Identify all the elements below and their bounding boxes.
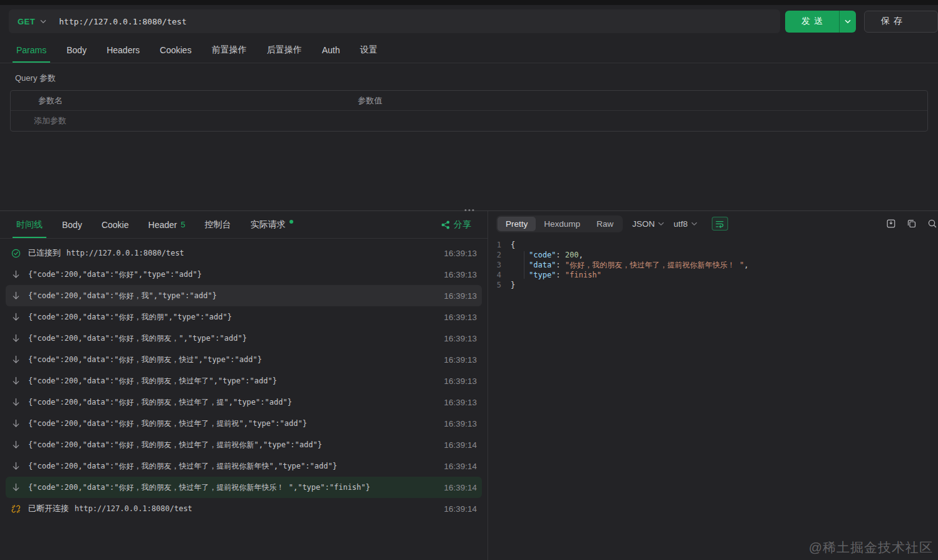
request-tab[interactable]: Cookies <box>160 38 192 63</box>
arrow-down-icon <box>11 291 21 301</box>
code-line: 5 } <box>488 280 938 290</box>
event-message: {"code":200,"data":"你好，我","type":"add"} <box>28 291 217 301</box>
timeline-row[interactable]: {"code":200,"data":"你好","type":"add"} 16… <box>6 264 482 285</box>
timeline-row[interactable]: {"code":200,"data":"你好，我的朋友，快过年了，提前祝你新",… <box>6 434 482 455</box>
format-segmented-control: Pretty Hexdump Raw <box>496 215 623 232</box>
send-options-caret[interactable] <box>839 11 856 33</box>
url-input[interactable] <box>59 17 771 26</box>
event-message: {"code":200,"data":"你好，我的朋友，快过年了","type"… <box>28 376 277 386</box>
response-tab[interactable]: 控制台 <box>205 211 231 238</box>
url-box: GET <box>9 9 780 33</box>
arrow-down-icon <box>11 462 21 471</box>
response-tab-label: 控制台 <box>205 219 231 231</box>
response-tab[interactable]: 实际请求 <box>251 211 293 238</box>
format-tab-label: Pretty <box>506 219 528 229</box>
timeline-row[interactable]: {"code":200,"data":"你好，我的朋友，快过年了，提","typ… <box>6 391 482 413</box>
save-button-label: 保存 <box>877 16 906 27</box>
request-bar: GET 发送 保存 <box>0 5 938 38</box>
api-client-window: GET 发送 保存 Params Body <box>0 0 938 560</box>
event-message: http://127.0.0.1:8080/test <box>75 504 192 513</box>
timeline-list: 已连接到 http://127.0.0.1:8080/test 16:39:13 <box>0 239 487 560</box>
empty-area <box>0 132 938 210</box>
timeline-row[interactable]: {"code":200,"data":"你好，我的朋友，快过年了，提前祝","t… <box>6 413 482 434</box>
code-content: "code": 200, <box>511 250 583 260</box>
request-tab[interactable]: 前置操作 <box>212 38 247 63</box>
response-tab[interactable]: Header 5 <box>149 211 185 238</box>
timeline-row[interactable]: {"code":200,"data":"你好，我的朋","type":"add"… <box>6 306 482 328</box>
event-message: {"code":200,"data":"你好，我的朋","type":"add"… <box>28 312 232 323</box>
format-tab[interactable]: Raw <box>588 217 622 231</box>
search-icon[interactable] <box>927 219 937 229</box>
copy-icon[interactable] <box>907 219 917 229</box>
request-tab[interactable]: Params <box>16 38 46 63</box>
event-message: {"code":200,"data":"你好，我的朋友，快过年了，提前祝你新年快… <box>28 482 370 493</box>
connected-icon <box>11 249 21 258</box>
event-time: 16:39:13 <box>436 291 477 301</box>
word-wrap-toggle[interactable] <box>712 217 728 231</box>
request-tab-label: Cookies <box>160 45 192 55</box>
request-tab[interactable]: 设置 <box>360 38 377 63</box>
code-content: "data": "你好，我的朋友，快过年了，提前祝你新年快乐！ ", <box>511 260 749 270</box>
response-tab[interactable]: Body <box>62 211 82 238</box>
share-button[interactable]: 分享 <box>441 211 471 238</box>
encoding-select[interactable]: utf8 <box>674 219 697 229</box>
response-tab[interactable]: 时间线 <box>16 211 43 238</box>
request-tab[interactable]: Headers <box>107 38 140 63</box>
code-line: 3 "data": "你好，我的朋友，快过年了，提前祝你新年快乐！ ", <box>488 260 938 270</box>
request-tab-label: Body <box>66 45 86 55</box>
actual-request-dot <box>289 220 293 224</box>
arrow-down-icon <box>11 483 21 492</box>
event-message: {"code":200,"data":"你好，我的朋友，快过","type":"… <box>28 355 262 365</box>
save-button[interactable]: 保存 <box>864 11 938 33</box>
timeline-row[interactable]: 已断开连接 http://127.0.0.1:8080/test 16:39:1… <box>6 498 482 519</box>
query-params-table: 参数名 参数值 添加参数 <box>10 90 928 132</box>
word-wrap-icon <box>715 220 724 228</box>
response-right-panel: Pretty Hexdump Raw JSON <box>488 211 938 560</box>
event-message: {"code":200,"data":"你好，我的朋友，快过年了，提前祝你新",… <box>28 440 322 450</box>
code-line: 1 { <box>488 240 938 250</box>
response-tab[interactable]: Cookie <box>102 211 129 238</box>
arrow-down-icon <box>11 355 21 365</box>
panel-resize-handle[interactable] <box>461 208 477 212</box>
body-type-select[interactable]: JSON <box>632 219 664 229</box>
add-param-row[interactable]: 添加参数 <box>11 111 927 131</box>
send-button[interactable]: 发送 <box>785 11 856 33</box>
param-value-header: 参数值 <box>358 95 927 106</box>
format-tab[interactable]: Pretty <box>498 217 536 231</box>
response-tab-label: Header <box>149 220 177 230</box>
event-message: {"code":200,"data":"你好，我的朋友，","type":"ad… <box>28 333 247 344</box>
share-label: 分享 <box>454 219 471 231</box>
line-number: 3 <box>488 260 511 270</box>
request-tab[interactable]: 后置操作 <box>267 38 302 63</box>
timeline-row[interactable]: {"code":200,"data":"你好，我的朋友，快过年了","type"… <box>6 370 482 391</box>
encoding-value: utf8 <box>674 219 688 229</box>
query-table-header: 参数名 参数值 <box>11 91 927 111</box>
request-tab[interactable]: Body <box>66 38 86 63</box>
event-message: {"code":200,"data":"你好，我的朋友，快过年了，提","typ… <box>28 397 292 408</box>
timeline-row[interactable]: {"code":200,"data":"你好，我","type":"add"} … <box>6 285 482 306</box>
event-label: 已连接到 <box>28 247 61 259</box>
response-body-code[interactable]: 1 { 2 "code": 200, 3 "data": "你好，我的朋友，快过… <box>488 236 938 560</box>
arrow-down-icon <box>11 440 21 450</box>
response-toolbar: Pretty Hexdump Raw JSON <box>488 211 938 236</box>
method-dropdown[interactable]: GET <box>18 17 46 26</box>
timeline-row[interactable]: 已连接到 http://127.0.0.1:8080/test 16:39:13 <box>6 242 482 264</box>
response-tab-label: Cookie <box>102 220 129 230</box>
query-params-title: Query 参数 <box>0 63 938 90</box>
event-time: 16:39:13 <box>436 355 477 365</box>
request-tab-label: 设置 <box>360 44 377 56</box>
response-tab-label: 实际请求 <box>251 219 286 231</box>
event-time: 16:39:13 <box>436 270 477 279</box>
response-tab-label: Body <box>62 220 82 230</box>
request-tab[interactable]: Auth <box>322 38 340 63</box>
code-content: { <box>511 240 515 250</box>
event-time: 16:39:13 <box>436 398 477 407</box>
format-tab[interactable]: Hexdump <box>536 217 588 231</box>
arrow-down-icon <box>11 398 21 407</box>
request-tab-label: Auth <box>322 45 340 55</box>
timeline-row[interactable]: {"code":200,"data":"你好，我的朋友，","type":"ad… <box>6 328 482 349</box>
timeline-row[interactable]: {"code":200,"data":"你好，我的朋友，快过","type":"… <box>6 349 482 370</box>
timeline-row[interactable]: {"code":200,"data":"你好，我的朋友，快过年了，提前祝你新年快… <box>6 477 482 498</box>
download-icon[interactable] <box>886 219 896 229</box>
timeline-row[interactable]: {"code":200,"data":"你好，我的朋友，快过年了，提前祝你新年快… <box>6 455 482 477</box>
